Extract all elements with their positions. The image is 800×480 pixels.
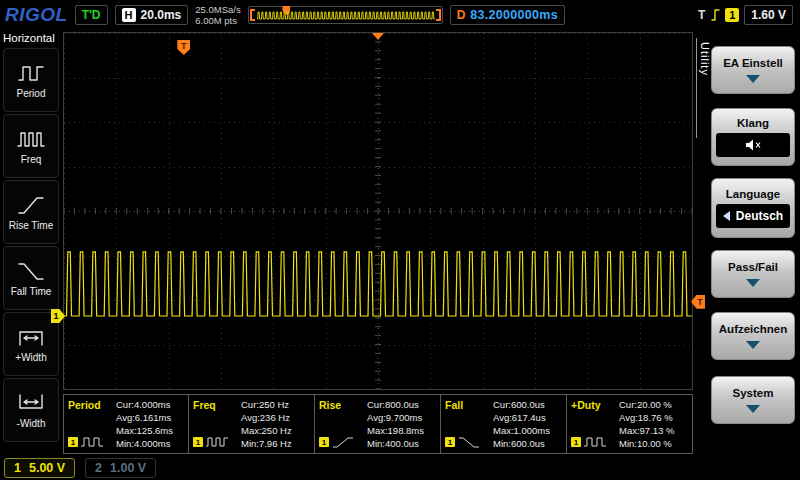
channel-2-indicator[interactable]: 2 1.00 V [85,458,156,478]
sidebar-item-minus-width[interactable]: -Width [3,378,59,442]
sidebar-item-label: Period [17,88,46,99]
channel-badge: 1 [68,437,78,447]
fall-time-icon [16,259,46,283]
menu-button-label: System [733,387,774,399]
channel-1-indicator[interactable]: 1 5.00 V [4,458,75,478]
sidebar-item-period[interactable]: Period [3,48,59,112]
preview-right-bracket-icon [436,9,441,21]
sidebar-item-fall-time[interactable]: Fall Time [3,246,59,310]
channel-badge: 1 [319,437,329,447]
sidebar-item-label: +Width [15,352,46,363]
meas-max: Max:125.6ms [116,424,184,437]
meas-max: Max:97.13 % [619,424,688,437]
meas-avg: Avg:617.4us [493,411,562,424]
duty-glyph-icon [583,435,607,449]
measurement-name: Period [68,399,113,411]
meas-min: Min:400.0us [367,437,436,450]
acquisition-readout: 25.0MSa/s 6.00M pts [195,4,240,26]
plus-width-icon [16,325,46,349]
measurement-fall[interactable]: Fall 1 Cur:600.0us Avg:617.4us Max:1.000… [441,394,567,454]
ch1-waveform-trace [64,33,692,389]
trigger-level-value: 1.60 V [744,5,793,25]
measurement-source-row: 1 [193,435,238,449]
measurement-period[interactable]: Period 1 Cur:4.000ms Avg:6.161ms Max:125… [63,394,189,454]
menu-button-record[interactable]: Aufzeichnen [711,312,795,360]
measurement-values: Cur:800.0us Avg:9.700ms Max:198.8ms Min:… [367,398,436,450]
channel-scale: 1.00 V [110,461,146,475]
trigger-edge-icon [710,8,720,22]
trigger-label: T [698,8,705,22]
meas-min: Min:7.96 Hz [241,437,310,450]
preview-waveform [257,10,435,21]
channel-number: 2 [95,461,102,475]
trigger-source-badge: 1 [725,8,739,22]
sidebar-item-label: -Width [17,418,46,429]
meas-avg: Avg:18.76 % [619,411,688,424]
memory-depth: 6.00M pts [195,15,240,26]
horizontal-timebase-readout[interactable]: H 20.0ms [115,5,189,25]
channel-scale: 5.00 V [29,461,65,475]
delay-value: 83.2000000ms [470,8,558,22]
measurement-name: Freq [193,399,238,411]
measurement-freq[interactable]: Freq 1 Cur:250 Hz Avg:236 Hz Max:250 Hz … [189,394,315,454]
period-glyph-icon [80,435,104,449]
measurement-label-block: Freq 1 [193,398,238,450]
delay-readout[interactable]: D 83.2000000ms [450,5,565,25]
right-menu: Utility EA Einstell Klang Language Deuts… [695,30,800,480]
menu-button-system[interactable]: System [711,376,795,424]
menu-button-label: Klang [737,117,769,129]
measurement-label-block: Fall 1 [445,398,490,450]
measurement-source-row: 1 [445,435,490,449]
delay-label: D [457,8,466,22]
menu-button-io-setup[interactable]: EA Einstell [711,46,795,94]
chevron-down-icon [746,405,760,413]
period-icon [16,61,46,85]
fall-glyph-icon [457,435,481,449]
sidebar-item-rise-time[interactable]: Rise Time [3,180,59,244]
menu-button-sound[interactable]: Klang [711,108,795,166]
screen-center-indicator-icon [372,33,384,40]
freq-icon [16,127,46,151]
sidebar-item-freq[interactable]: Freq [3,114,59,178]
measurement-rise[interactable]: Rise 1 Cur:800.0us Avg:9.700ms Max:198.8… [315,394,441,454]
rise-time-icon [16,193,46,217]
channel-badge: 1 [571,437,581,447]
measurement-values: Cur:600.0us Avg:617.4us Max:1.000ms Min:… [493,398,562,450]
chevron-down-icon [746,75,760,83]
meas-cur: Cur:800.0us [367,398,436,411]
measurement-name: Fall [445,399,490,411]
top-bar: RIGOL T'D H 20.0ms 25.0MSa/s 6.00M pts D… [0,0,800,30]
sidebar-item-plus-width[interactable]: +Width [3,312,59,376]
meas-cur: Cur:4.000ms [116,398,184,411]
meas-max: Max:198.8ms [367,424,436,437]
measurement-name: +Duty [571,399,616,411]
timebase-value: 20.0ms [141,8,182,22]
meas-cur: Cur:250 Hz [241,398,310,411]
menu-button-pass-fail[interactable]: Pass/Fail [711,250,795,298]
measurement-values: Cur:250 Hz Avg:236 Hz Max:250 Hz Min:7.9… [241,398,310,450]
freq-glyph-icon [205,435,229,449]
language-value: Deutsch [736,209,783,223]
sidebar-item-label: Freq [21,154,42,165]
waveform-preview-strip[interactable] [248,6,443,24]
trigger-level-marker[interactable]: T [691,295,705,309]
measurement-label-block: +Duty 1 [571,398,616,450]
menu-button-language[interactable]: Language Deutsch [711,178,795,238]
language-setting: Deutsch [716,204,790,228]
measurement-values: Cur:20.00 % Avg:18.76 % Max:97.13 % Min:… [619,398,688,450]
sample-rate: 25.0MSa/s [195,4,240,15]
meas-min: Min:4.000ms [116,437,184,450]
measurement-label-block: Rise 1 [319,398,364,450]
measurement-duty[interactable]: +Duty 1 Cur:20.00 % Avg:18.76 % Max:97.1… [567,394,693,454]
trigger-readout[interactable]: T 1 1.60 V [698,5,793,25]
ch1-ground-marker[interactable]: 1 [51,309,65,323]
measurement-bar: Period 1 Cur:4.000ms Avg:6.161ms Max:125… [63,394,693,454]
measurement-values: Cur:4.000ms Avg:6.161ms Max:125.6ms Min:… [116,398,184,450]
measurement-name: Rise [319,399,364,411]
measurement-source-row: 1 [571,435,616,449]
meas-avg: Avg:6.161ms [116,411,184,424]
trigger-status-badge: T'D [75,5,108,25]
oscilloscope-screen: RIGOL T'D H 20.0ms 25.0MSa/s 6.00M pts D… [0,0,800,480]
left-menu: Horizontal Period Freq Rise Time Fall Ti… [0,30,62,455]
menu-button-label: Pass/Fail [728,261,778,273]
